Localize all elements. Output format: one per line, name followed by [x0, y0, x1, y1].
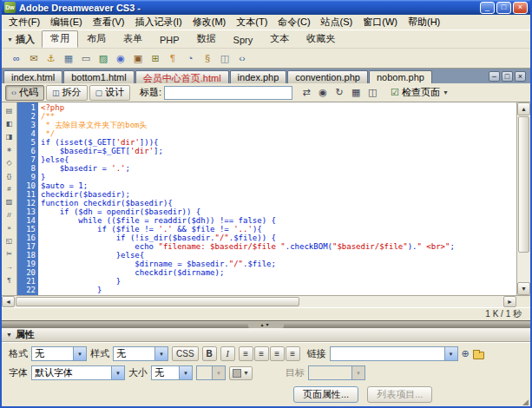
split-view-button[interactable]: ◫拆分	[46, 85, 88, 101]
scroll-up-icon[interactable]: ▲	[517, 102, 530, 115]
align-justify-icon[interactable]: ≡	[286, 346, 300, 361]
scroll-down-icon[interactable]: ▼	[517, 282, 530, 295]
expand-all-icon[interactable]: ∗	[3, 143, 16, 156]
indent-code-icon[interactable]: →	[3, 260, 16, 273]
vertical-scrollbar[interactable]: ▲ ▼	[516, 102, 530, 295]
collapse-selection-icon[interactable]: ◨	[3, 130, 16, 143]
doc-tab[interactable]: 会员中心首页.html	[135, 70, 229, 83]
doc-restore-icon[interactable]: □	[502, 71, 513, 82]
visual-aids-icon[interactable]: ◫	[365, 85, 380, 101]
css-button[interactable]: CSS	[172, 346, 199, 361]
insert-tab[interactable]: 收藏夹	[298, 30, 344, 48]
collapse-panel-icon[interactable]: ▼	[6, 332, 12, 338]
insert-tab[interactable]: PHP	[151, 33, 188, 48]
style-select[interactable]: 无 ▼	[113, 346, 168, 361]
link-select[interactable]: ▼	[330, 346, 458, 361]
font-select[interactable]: 默认字体 ▼	[31, 365, 125, 380]
head-icon[interactable]: ◔	[182, 50, 198, 66]
menu-item[interactable]: 插入记录(I)	[129, 15, 187, 30]
remove-comment-icon[interactable]: ×	[3, 221, 16, 234]
title-input[interactable]	[164, 86, 292, 100]
doc-tab[interactable]: index.php	[230, 70, 287, 83]
file-management-icon[interactable]: ⇄	[299, 85, 314, 101]
point-to-file-icon[interactable]: ⊕	[462, 349, 470, 359]
size-select[interactable]: 无 ▼	[151, 365, 193, 380]
page-properties-button[interactable]: 页面属性...	[293, 386, 358, 403]
template-icon[interactable]: ◫	[217, 50, 233, 66]
vertical-scroll-track[interactable]	[517, 115, 530, 282]
collapse-full-tag-icon[interactable]: ◧	[3, 117, 16, 130]
splitter-grip-icon[interactable]: ▴▾	[248, 322, 283, 328]
media-icon[interactable]: ◉	[113, 50, 128, 66]
menu-item[interactable]: 查看(V)	[88, 15, 130, 30]
named-anchor-icon[interactable]: ⚓	[43, 50, 59, 66]
italic-button[interactable]: I	[220, 346, 235, 361]
preview-browser-icon[interactable]: ◉	[315, 85, 331, 101]
align-left-icon[interactable]: ≡	[239, 346, 253, 361]
horizontal-scroll-thumb[interactable]	[16, 297, 299, 306]
menu-item[interactable]: 文件(F)	[3, 15, 45, 30]
design-view-button[interactable]: ▢设计	[89, 85, 131, 101]
close-button[interactable]: ×	[513, 2, 528, 14]
balance-braces-icon[interactable]: {}	[3, 169, 16, 182]
menu-item[interactable]: 站点(S)	[316, 15, 358, 30]
doc-minimize-icon[interactable]: –	[489, 71, 500, 82]
insert-panel-menu[interactable]: ▼ 插入	[5, 33, 42, 48]
insert-div-icon[interactable]: ▭	[78, 50, 94, 66]
insert-tab[interactable]: 数据	[188, 30, 225, 48]
doc-tab[interactable]: bottom1.html	[63, 70, 135, 83]
align-center-icon[interactable]: ≡	[254, 346, 269, 361]
date-icon[interactable]: ▣	[130, 50, 146, 66]
align-right-icon[interactable]: ≡	[270, 346, 285, 361]
scroll-left-icon[interactable]: ◄	[2, 296, 15, 307]
email-link-icon[interactable]: ✉	[26, 50, 42, 66]
hyperlink-icon[interactable]: ∞	[9, 50, 24, 66]
apply-comment-icon[interactable]: //	[3, 208, 16, 221]
scroll-right-icon[interactable]: ►	[503, 296, 516, 307]
list-item-button[interactable]: 列表项目...	[367, 386, 432, 403]
menu-item[interactable]: 文本(T)	[231, 15, 273, 30]
format-select[interactable]: 无 ▼	[31, 346, 87, 361]
insert-tab[interactable]: 文本	[261, 30, 298, 48]
menu-item[interactable]: 帮助(H)	[403, 15, 445, 30]
target-select[interactable]: ▼	[308, 365, 365, 380]
check-page-button[interactable]: ☑ 检查页面 ▼	[386, 85, 453, 101]
recent-snippets-icon[interactable]: ✂	[3, 247, 16, 260]
doc-tab[interactable]: nobom.php	[369, 70, 432, 83]
script-icon[interactable]: §	[200, 50, 215, 66]
horizontal-scroll-track[interactable]	[15, 296, 503, 307]
horizontal-scrollbar[interactable]: ◄ ►	[2, 295, 530, 307]
code-lines[interactable]: <?php/** * 去除目录文件夹下的bom头 */if (isset($_G…	[38, 102, 516, 295]
menu-item[interactable]: 修改(M)	[187, 15, 232, 30]
comment-icon[interactable]: ¶	[165, 50, 181, 66]
format-source-code-icon[interactable]: ¶	[3, 273, 16, 286]
highlight-invalid-code-icon[interactable]: ▨	[3, 195, 16, 208]
vertical-scroll-thumb[interactable]	[518, 116, 529, 253]
browse-folder-icon[interactable]	[473, 352, 484, 359]
doc-close-icon[interactable]: ×	[515, 71, 526, 82]
menu-item[interactable]: 窗口(W)	[358, 15, 403, 30]
open-documents-icon[interactable]: ▤	[3, 104, 16, 117]
maximize-button[interactable]: □	[496, 2, 511, 14]
image-icon[interactable]: ▨	[95, 50, 111, 66]
insert-tab[interactable]: 常用	[42, 30, 78, 48]
insert-tab[interactable]: 布局	[78, 30, 115, 48]
select-parent-tag-icon[interactable]: ◇	[3, 156, 16, 169]
resize-grip-icon[interactable]: ◢	[522, 398, 529, 406]
menu-item[interactable]: 命令(C)	[273, 15, 315, 30]
doc-tab[interactable]: convention.php	[287, 70, 368, 83]
bold-button[interactable]: B	[202, 346, 217, 361]
size-unit-select[interactable]: ▼	[196, 365, 226, 380]
properties-header[interactable]: ▼ 属性	[2, 328, 530, 342]
code-view-button[interactable]: ‹›代码	[5, 85, 44, 101]
insert-tab[interactable]: Spry	[225, 33, 262, 48]
refresh-icon[interactable]: ↻	[332, 85, 347, 101]
tag-chooser-icon[interactable]: ‹›	[234, 50, 250, 66]
line-numbers-icon[interactable]: #	[3, 182, 16, 195]
wrap-tag-icon[interactable]: ◱	[3, 234, 16, 247]
server-include-icon[interactable]: ⊞	[148, 50, 163, 66]
doc-tab[interactable]: index.html	[3, 70, 62, 83]
minimize-button[interactable]: _	[480, 2, 495, 14]
menu-item[interactable]: 编辑(E)	[45, 15, 88, 30]
view-options-icon[interactable]: ▦	[348, 85, 364, 101]
